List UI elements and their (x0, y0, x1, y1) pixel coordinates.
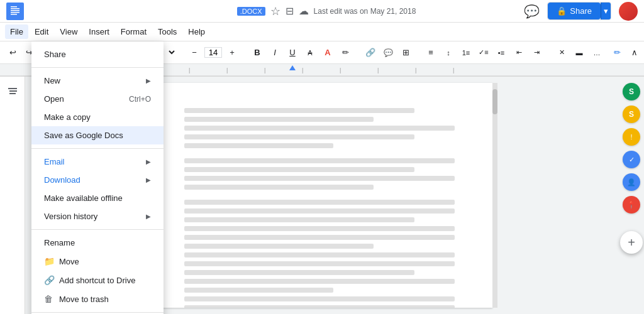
menu-section-share: Share (31, 44, 164, 65)
contacts-icon[interactable]: 👤 (623, 173, 640, 191)
keep-icon[interactable]: ! (623, 128, 640, 146)
doc-line (184, 167, 414, 172)
comments-icon[interactable]: 💬 (521, 1, 542, 21)
menu-item-help[interactable]: Help (183, 24, 210, 39)
edit-mode-button[interactable]: ✏ (609, 46, 625, 59)
svg-text:|: | (302, 67, 303, 73)
menu-item-download[interactable]: Download (31, 171, 164, 189)
font-size-input[interactable] (204, 47, 222, 58)
menu-item-tools[interactable]: Tools (153, 24, 182, 39)
add-apps-button[interactable]: + (620, 231, 643, 254)
maps-icon[interactable]: 📍 (623, 196, 640, 214)
doc-line (184, 134, 414, 139)
menu-item-version-history[interactable]: Version history (31, 207, 164, 225)
move-label: Move (59, 257, 151, 266)
menu-bar: File Edit View Insert Format Tools Help (0, 23, 644, 41)
svg-rect-1 (11, 8, 19, 9)
clear-formatting-button[interactable]: ✕ (554, 46, 569, 58)
cloud-icon[interactable]: ☁ (299, 5, 309, 17)
share-dropdown-button[interactable]: ▾ (601, 3, 611, 19)
folder-icon[interactable]: ⊟ (286, 5, 294, 17)
open-shortcut: Ctrl+O (129, 95, 151, 104)
svg-rect-18 (9, 93, 16, 94)
shortcut-icon: 🔗 (44, 275, 57, 285)
text-color-button[interactable]: A (320, 46, 335, 59)
menu-item-make-copy[interactable]: Make a copy (31, 108, 164, 126)
share-lock-icon: 🔒 (557, 6, 567, 16)
menu-item-make-available-offline[interactable]: Make available offline (31, 189, 164, 207)
menu-section-manage: Rename 📁 Move 🔗 Add shortcut to Drive 🗑 … (31, 232, 164, 310)
doc-line (184, 226, 455, 231)
checklist-button[interactable]: ✓≡ (476, 46, 491, 58)
move-folder-icon: 📁 (44, 256, 57, 266)
scrollbar-thumb[interactable] (492, 89, 497, 114)
share-label: Share (44, 50, 151, 59)
doc-line (184, 217, 414, 222)
divider-4 (31, 312, 164, 313)
version-history-label: Version history (44, 212, 146, 221)
align-button[interactable]: ≡ (423, 46, 438, 59)
doc-line (184, 108, 414, 113)
svg-text:|: | (264, 67, 265, 73)
numbered-list-button[interactable]: 1≡ (458, 47, 474, 58)
svg-rect-0 (11, 6, 17, 8)
divider-1 (31, 67, 164, 68)
star-icon[interactable]: ☆ (270, 4, 280, 18)
menu-section-file-ops: New Open Ctrl+O Make a copy Save as Goog… (31, 70, 164, 146)
menu-item-open[interactable]: Open Ctrl+O (31, 90, 164, 108)
share-button[interactable]: 🔒 Share (548, 3, 601, 19)
new-label: New (44, 76, 146, 85)
font-size-decrease-button[interactable]: − (187, 46, 202, 59)
left-sidebar (0, 77, 25, 314)
tasks-icon[interactable]: ✓ (623, 151, 640, 168)
menu-item-rename[interactable]: Rename (31, 234, 164, 252)
menu-item-new[interactable]: New (31, 72, 164, 90)
strikethrough-button[interactable]: A (303, 47, 318, 58)
image-button[interactable]: ⊞ (398, 46, 413, 59)
save-as-google-docs-label: Save as Google Docs (44, 131, 151, 140)
increase-indent-button[interactable]: ⇥ (529, 46, 544, 58)
more-options-button[interactable]: … (589, 47, 604, 58)
sheets-icon[interactable]: S (623, 83, 640, 100)
trash-icon: 🗑 (44, 294, 57, 304)
app-icon[interactable] (6, 3, 24, 20)
scrollbar[interactable] (492, 83, 497, 308)
menu-item-save-as-google-docs[interactable]: Save as Google Docs (31, 126, 164, 144)
line-spacing-button[interactable]: ↕ (441, 47, 456, 58)
rename-label: Rename (44, 238, 151, 247)
menu-item-format[interactable]: Format (116, 24, 152, 39)
bullet-list-button[interactable]: •≡ (494, 47, 509, 58)
bold-button[interactable]: B (250, 46, 265, 59)
menu-item-edit[interactable]: Edit (30, 24, 53, 39)
doc-line (184, 288, 333, 293)
menu-item-move-to-trash[interactable]: 🗑 Move to trash (31, 290, 164, 308)
doc-line (184, 117, 374, 122)
borders-button[interactable]: ▬ (572, 47, 587, 58)
doc-line (184, 126, 455, 131)
comment-button[interactable]: 💬 (380, 46, 396, 59)
menu-item-share[interactable]: Share (31, 45, 164, 63)
decrease-indent-button[interactable]: ⇤ (511, 46, 526, 58)
svg-text:|: | (189, 67, 190, 73)
svg-rect-3 (11, 12, 19, 13)
link-button[interactable]: 🔗 (363, 46, 378, 59)
font-size-increase-button[interactable]: + (225, 46, 240, 59)
menu-item-move[interactable]: 📁 Move (31, 252, 164, 271)
outline-icon[interactable] (4, 83, 21, 100)
svg-text:|: | (415, 67, 416, 73)
menu-item-add-shortcut[interactable]: 🔗 Add shortcut to Drive (31, 271, 164, 290)
collapse-toolbar-button[interactable]: ∧ (627, 46, 642, 59)
doc-line (184, 200, 455, 205)
svg-text:|: | (340, 67, 341, 73)
underline-button[interactable]: U (285, 46, 300, 59)
menu-item-view[interactable]: View (55, 24, 82, 39)
menu-item-email[interactable]: Email (31, 153, 164, 171)
avatar[interactable] (619, 2, 638, 21)
svg-text:|: | (377, 67, 379, 73)
highlight-button[interactable]: ✏ (338, 46, 353, 59)
slides-icon[interactable]: S (623, 106, 640, 123)
menu-item-insert[interactable]: Insert (84, 24, 114, 39)
undo-button[interactable]: ↩ (5, 46, 20, 59)
menu-item-file[interactable]: File (5, 24, 28, 39)
italic-button[interactable]: I (267, 46, 282, 59)
